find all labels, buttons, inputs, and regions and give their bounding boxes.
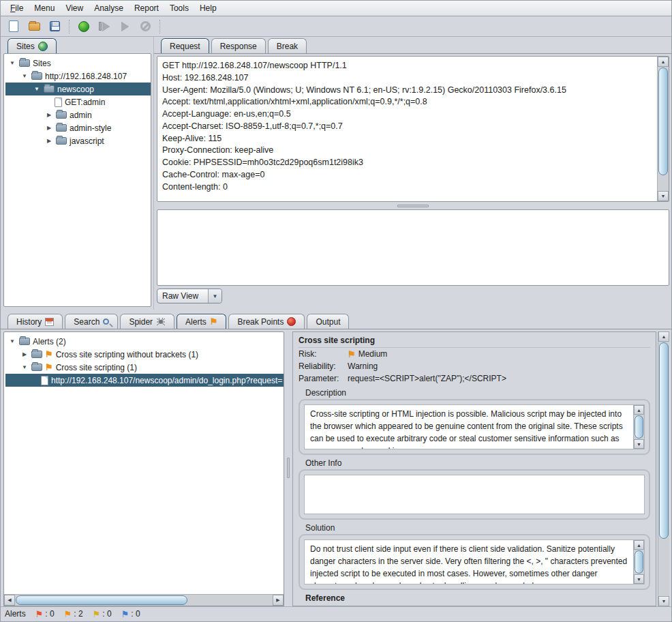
scroll-thumb[interactable]	[16, 595, 187, 605]
alerts-detail-splitter[interactable]	[284, 329, 292, 606]
tree-node-sites[interactable]: ▼Sites	[5, 57, 151, 70]
red-flag-icon: ⚑	[35, 610, 44, 619]
tab-break-points[interactable]: Break Points	[228, 314, 305, 329]
scroll-down-icon[interactable]: ▼	[658, 191, 669, 201]
expand-closed-icon[interactable]: ▶	[45, 125, 53, 131]
status-alerts-label: Alerts	[5, 609, 26, 619]
scroll-up-icon[interactable]: ▲	[634, 405, 644, 415]
reference-label: Reference	[299, 591, 650, 604]
tree-label: Sites	[33, 59, 51, 68]
new-session-button[interactable]	[5, 18, 22, 35]
view-mode-select[interactable]: Raw View ▼	[157, 288, 222, 303]
tab-request[interactable]: Request	[161, 38, 209, 53]
tree-node-xss[interactable]: ▼⚑Cross site scripting (1)	[5, 361, 284, 374]
stop-button[interactable]	[136, 18, 154, 35]
request-header-text[interactable]: GET http://192.168.248.107/newscoop HTTP…	[157, 57, 657, 201]
save-session-button[interactable]	[46, 18, 63, 35]
expand-open-icon[interactable]: ▼	[20, 364, 29, 370]
other-info-group: Other Info	[299, 456, 650, 520]
open-session-button[interactable]	[25, 18, 43, 35]
tree-node-admin[interactable]: ▶admin	[5, 108, 151, 121]
save-icon	[50, 21, 60, 31]
tree-node-xss-without-brackets[interactable]: ▶⚑Cross site scripting without brackets …	[5, 348, 284, 361]
tab-response[interactable]: Response	[211, 38, 266, 53]
expand-open-icon[interactable]: ▼	[33, 86, 41, 92]
scroll-left-icon[interactable]: ◀	[4, 595, 15, 606]
tree-node-get-admin[interactable]: GET:admin	[5, 95, 151, 108]
step-button[interactable]	[95, 18, 113, 35]
record-button[interactable]	[75, 18, 93, 35]
chevron-down-icon[interactable]: ▼	[208, 289, 222, 303]
scroll-up-icon[interactable]: ▲	[634, 540, 644, 550]
menu-menu[interactable]: Menu	[29, 1, 60, 15]
menu-analyse[interactable]: Analyse	[89, 1, 129, 15]
solution-text[interactable]: Do not trust client side input even if t…	[305, 540, 633, 584]
solution-scrollbar[interactable]: ▲▼	[633, 540, 644, 584]
expand-open-icon[interactable]: ▼	[8, 338, 16, 344]
menu-file[interactable]: File	[5, 1, 29, 15]
scroll-thumb[interactable]	[635, 550, 643, 574]
alert-title: Cross site scripting	[299, 334, 650, 348]
tab-spider[interactable]: Spider	[120, 314, 174, 329]
risk-value: Medium	[358, 349, 388, 359]
description-text[interactable]: Cross-site scripting or HTML injection i…	[305, 405, 633, 449]
tab-alerts[interactable]: Alerts⚑	[177, 314, 226, 329]
scroll-down-icon[interactable]: ▼	[634, 439, 644, 449]
expand-closed-icon[interactable]: ▶	[20, 351, 29, 357]
description-scrollbar[interactable]: ▲▼	[633, 405, 644, 449]
alert-count-low[interactable]: ⚑: 0	[93, 609, 112, 619]
request-body-splitter[interactable]	[154, 202, 671, 209]
stop-icon	[140, 21, 151, 31]
alert-count-info[interactable]: ⚑: 0	[121, 609, 140, 619]
splitter-grip-icon[interactable]	[397, 205, 429, 207]
tab-spider-label: Spider	[129, 317, 153, 327]
description-group: Description Cross-site scripting or HTML…	[299, 386, 650, 455]
scroll-up-icon[interactable]: ▲	[658, 57, 669, 67]
alerts-horizontal-scrollbar[interactable]: ◀ ▶	[4, 594, 284, 606]
scroll-up-icon[interactable]: ▲	[658, 331, 669, 342]
tree-node-admin-style[interactable]: ▶admin-style	[5, 121, 151, 134]
flag-icon: ⚑	[45, 363, 53, 372]
tree-node-alert-url[interactable]: http://192.168.248.107/newscoop/admin/do…	[5, 374, 284, 387]
toolbar-separator	[69, 20, 70, 33]
menu-view[interactable]: View	[60, 1, 89, 15]
menu-report[interactable]: Report	[129, 1, 164, 15]
tree-node-host[interactable]: ▼http://192.168.248.107	[5, 70, 151, 83]
request-vertical-scrollbar[interactable]: ▲ ▼	[657, 57, 669, 201]
tree-label: admin-style	[70, 123, 111, 133]
expand-open-icon[interactable]: ▼	[20, 73, 29, 79]
scroll-thumb[interactable]	[659, 342, 669, 539]
menu-tools[interactable]: Tools	[164, 1, 194, 15]
tree-node-alerts-root[interactable]: ▼Alerts (2)	[5, 335, 284, 348]
parameter-label: Parameter:	[299, 374, 348, 383]
tree-label: http://192.168.248.107	[45, 72, 127, 81]
request-body-box[interactable]	[157, 209, 669, 286]
splitter-grip-icon[interactable]	[287, 458, 290, 478]
tree-node-javascript[interactable]: ▶javascript	[5, 134, 151, 147]
tab-break[interactable]: Break	[268, 38, 307, 53]
tab-sites[interactable]: Sites	[7, 38, 57, 53]
tab-search[interactable]: Search	[65, 314, 118, 329]
expand-closed-icon[interactable]: ▶	[45, 112, 53, 118]
other-info-text[interactable]	[305, 475, 644, 514]
toolbar	[1, 16, 671, 37]
expand-closed-icon[interactable]: ▶	[45, 138, 53, 144]
scroll-down-icon[interactable]: ▼	[658, 596, 669, 606]
play-icon	[121, 22, 129, 31]
alert-count-medium[interactable]: ⚑: 2	[64, 609, 83, 619]
continue-button[interactable]	[116, 18, 134, 35]
folder-icon	[31, 351, 42, 358]
menu-help[interactable]: Help	[194, 1, 222, 15]
scroll-thumb[interactable]	[658, 68, 668, 175]
scroll-down-icon[interactable]: ▼	[634, 574, 644, 584]
tab-output[interactable]: Output	[307, 314, 349, 329]
detail-vertical-scrollbar[interactable]: ▲ ▼	[658, 331, 669, 606]
new-file-icon	[9, 20, 18, 32]
blue-flag-icon: ⚑	[121, 610, 129, 619]
scroll-thumb[interactable]	[635, 415, 643, 439]
expand-open-icon[interactable]: ▼	[8, 60, 16, 66]
tree-node-newscoop[interactable]: ▼newscoop	[5, 83, 151, 95]
tab-history[interactable]: History	[7, 314, 63, 329]
alert-count-high[interactable]: ⚑: 0	[35, 609, 55, 619]
scroll-right-icon[interactable]: ▶	[273, 595, 284, 606]
